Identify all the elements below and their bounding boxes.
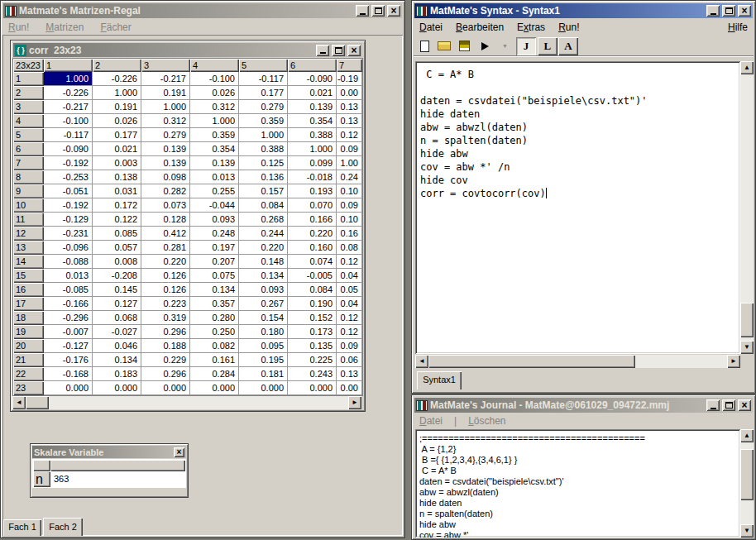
code-line[interactable]: daten = csvdatei("beispiele\csv.txt")' <box>420 94 735 108</box>
matrix-cell[interactable]: -0.090 <box>44 142 93 156</box>
matrix-cell[interactable]: 0.075 <box>190 269 239 283</box>
matrix-cell[interactable]: 0.046 <box>93 339 141 353</box>
matrix-cell[interactable]: 0.05 <box>337 283 362 297</box>
matrix-cell[interactable]: 0.312 <box>190 100 239 114</box>
minimize-button[interactable] <box>706 399 720 411</box>
matrix-cell[interactable]: -0.192 <box>44 156 93 170</box>
matrix-cell[interactable]: 0.000 <box>93 381 141 395</box>
matrix-row-header[interactable]: 13 <box>13 241 44 255</box>
matrix-cell[interactable]: -0.100 <box>190 72 239 86</box>
scroll-thumb[interactable] <box>740 449 754 500</box>
matrix-cell[interactable]: -0.044 <box>190 198 239 213</box>
matrix-cell[interactable]: 0.183 <box>93 367 141 381</box>
scroll-track[interactable] <box>740 442 754 449</box>
matrix-row-header[interactable]: 2 <box>13 86 44 100</box>
matrix-cell[interactable]: 0.166 <box>288 213 337 227</box>
matrix-cell[interactable]: -0.226 <box>93 72 141 86</box>
matrix-cell[interactable]: 0.412 <box>141 227 190 241</box>
matrix-cell[interactable]: 0.13 <box>337 367 362 381</box>
scroll-thumb[interactable] <box>428 355 635 368</box>
matrix-cell[interactable]: 1.000 <box>288 142 337 156</box>
matrix-cell[interactable]: 0.126 <box>141 283 190 297</box>
matrix-cell[interactable]: 0.09 <box>337 142 362 156</box>
matrix-cell[interactable]: 0.173 <box>288 325 337 339</box>
scroll-left-button[interactable]: ◄ <box>12 396 26 409</box>
matrix-cell[interactable]: 0.244 <box>239 227 288 241</box>
matrix-cell[interactable]: 0.161 <box>190 353 239 367</box>
matrix-row-header[interactable]: 18 <box>13 311 44 325</box>
matrix-cell[interactable]: 0.085 <box>93 227 141 241</box>
syntax-titlebar[interactable]: MatMate's Syntax - Syntax1 × <box>414 3 753 18</box>
matrix-cell[interactable]: 0.207 <box>190 255 239 269</box>
minimize-button[interactable] <box>706 5 720 17</box>
matrix-cell[interactable]: 0.191 <box>141 86 190 100</box>
matrix-cell[interactable]: 0.074 <box>288 255 337 269</box>
matrix-cell[interactable]: 0.354 <box>288 114 337 128</box>
matrix-cell[interactable]: 0.281 <box>141 241 190 255</box>
matrix-cell[interactable]: 0.021 <box>93 142 141 156</box>
minimize-button[interactable] <box>356 5 369 17</box>
matrix-cell[interactable]: -0.100 <box>44 114 93 128</box>
matrix-cell[interactable]: -0.088 <box>44 255 93 269</box>
matrix-cell[interactable]: -0.005 <box>288 269 337 283</box>
scalar-name-cell[interactable]: n <box>33 471 50 487</box>
scalar-dialog-titlebar[interactable]: Skalare Variable × <box>32 446 186 458</box>
matrix-cell[interactable]: 1.000 <box>44 72 93 86</box>
scroll-thumb[interactable] <box>26 396 49 409</box>
matrix-cell[interactable]: -0.19 <box>337 72 362 86</box>
menu-datei[interactable]: Datei <box>419 22 443 33</box>
journal-line[interactable]: B ={ {1,2,3,4},{3,4,6,1} } <box>419 455 736 466</box>
matrix-cell[interactable]: 0.000 <box>239 381 288 395</box>
matrix-cell[interactable]: 0.098 <box>141 170 190 184</box>
matrix-row-header[interactable]: 14 <box>13 255 44 269</box>
matrix-cell[interactable]: 0.134 <box>190 283 239 297</box>
matrix-cell[interactable]: -0.217 <box>44 100 93 114</box>
matrix-col-header[interactable]: 5 <box>239 59 288 72</box>
code-line[interactable]: cov = abw *' /n <box>420 160 735 174</box>
scroll-left-button[interactable]: ◄ <box>415 355 428 368</box>
matrix-cell[interactable]: 0.10 <box>337 184 362 198</box>
matrix-cell[interactable]: 0.134 <box>239 269 288 283</box>
matrix-cell[interactable]: 0.268 <box>239 213 288 227</box>
matrix-cell[interactable]: 0.12 <box>337 325 362 339</box>
open-file-icon[interactable] <box>438 41 451 50</box>
matrix-cell[interactable]: 1.000 <box>239 128 288 142</box>
matrix-cell[interactable]: 0.122 <box>93 213 141 227</box>
matrix-cell[interactable]: 0.139 <box>190 156 239 170</box>
matrix-cell[interactable]: 0.057 <box>93 241 141 255</box>
matrix-cell[interactable]: 0.128 <box>141 213 190 227</box>
matrix-cell[interactable]: 0.191 <box>93 100 141 114</box>
matrix-cell[interactable]: 0.296 <box>141 367 190 381</box>
matrix-cell[interactable]: 0.354 <box>190 142 239 156</box>
matrix-row-header[interactable]: 3 <box>13 100 44 114</box>
matrix-cell[interactable]: -0.085 <box>44 283 93 297</box>
code-line[interactable]: hide daten <box>420 108 735 121</box>
matrix-cell[interactable]: 0.095 <box>239 339 288 353</box>
toolbar-button-j[interactable]: J <box>516 37 536 55</box>
regal-titlebar[interactable]: Matmate's Matrizen-Regal × <box>3 3 402 18</box>
matrix-cell[interactable]: 0.013 <box>190 170 239 184</box>
matrix-row-header[interactable]: 6 <box>13 142 44 156</box>
journal-line[interactable]: hide abw <box>419 519 736 530</box>
scroll-up-button[interactable]: ▲ <box>740 429 754 442</box>
matrix-cell[interactable]: 0.188 <box>141 339 190 353</box>
scroll-thumb[interactable] <box>740 303 754 337</box>
matrix-cell[interactable]: 0.136 <box>239 170 288 184</box>
matrix-cell[interactable]: 0.10 <box>337 213 362 227</box>
journal-line[interactable]: A = {1,2} <box>419 444 736 455</box>
matrix-col-header[interactable]: 2 <box>93 59 141 72</box>
matrix-cell[interactable]: 0.084 <box>239 198 288 213</box>
menu-run[interactable]: Run! <box>8 22 29 33</box>
matrix-cell[interactable]: 0.000 <box>190 381 239 395</box>
matrix-cell[interactable]: 0.134 <box>93 353 141 367</box>
toolbar-button-l[interactable]: L <box>538 37 557 55</box>
matrix-cell[interactable]: 0.008 <box>93 255 141 269</box>
minimize-button[interactable] <box>316 45 329 56</box>
matrix-cell[interactable]: 0.099 <box>288 156 337 170</box>
matrix-cell[interactable]: -0.217 <box>141 72 190 86</box>
corr-titlebar[interactable]: { } corr 23x23 × <box>13 43 362 57</box>
journal-titlebar[interactable]: MatMate's Journal - MatMate@061029_09472… <box>414 398 753 413</box>
matrix-row-header[interactable]: 10 <box>13 198 44 213</box>
matrix-h-scrollbar[interactable]: ◄ ► <box>12 396 361 409</box>
matrix-cell[interactable]: 0.197 <box>190 241 239 255</box>
